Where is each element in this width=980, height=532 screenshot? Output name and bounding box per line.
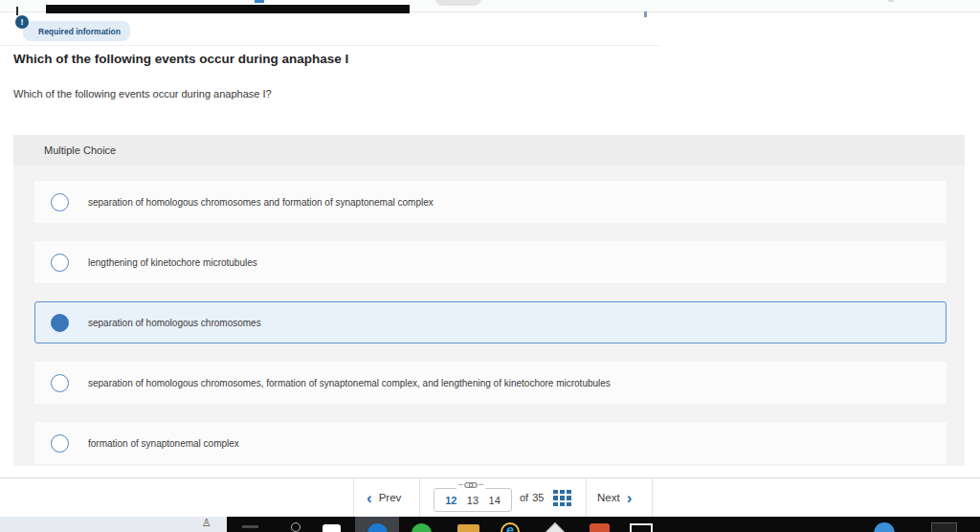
chevron-right-icon: › — [627, 490, 633, 506]
divider — [353, 478, 354, 517]
question-title: Which of the following events occur duri… — [13, 52, 645, 66]
taskbar-light-segment — [0, 517, 227, 532]
question-type-label: Multiple Choice — [44, 144, 116, 156]
page-number[interactable]: 14 — [489, 495, 501, 506]
next-label: Next — [597, 492, 620, 503]
radio-button[interactable] — [51, 434, 69, 453]
link-icon — [457, 480, 485, 489]
question-text: Which of the following events occur duri… — [13, 88, 645, 100]
red-app-icon[interactable] — [590, 523, 610, 532]
grid-icon[interactable] — [553, 490, 571, 506]
top-right-mark — [888, 0, 894, 2]
total-pages: 35 — [532, 492, 544, 503]
radio-button[interactable] — [51, 193, 69, 211]
exclamation-icon: ! — [15, 15, 29, 29]
radio-button[interactable] — [51, 254, 69, 272]
minimized-window-icon[interactable] — [242, 525, 258, 528]
window-outline-icon[interactable] — [630, 523, 653, 532]
answer-option-4[interactable]: separation of homologous chromosomes, fo… — [34, 362, 947, 404]
cropped-blue-element — [255, 0, 264, 3]
answer-option-2[interactable]: lengthening of kinetochore microtubules — [34, 241, 947, 283]
chevron-left-icon: ‹ — [367, 490, 372, 506]
cropped-button — [435, 0, 481, 6]
answer-option-label: separation of homologous chromosomes, fo… — [88, 378, 611, 388]
next-button[interactable]: Next › — [597, 478, 632, 517]
answer-option-5[interactable]: formation of synaptonemal complex — [34, 422, 947, 464]
panel-header: Multiple Choice — [13, 135, 965, 166]
answer-option-1[interactable]: separation of homologous chromosomes and… — [34, 181, 947, 223]
page-number-current[interactable]: 12 — [445, 495, 457, 506]
page-number[interactable]: 13 — [467, 495, 479, 506]
answer-option-3-selected[interactable]: separation of homologous chromosomes — [34, 301, 947, 344]
answer-option-label: formation of synaptonemal complex — [88, 438, 239, 449]
redacted-title-bar — [46, 5, 410, 13]
answer-option-label: separation of homologous chromosomes — [88, 318, 261, 328]
page-number-box: 12 13 14 — [434, 488, 512, 512]
radio-button-selected[interactable] — [51, 314, 69, 332]
dark-window-icon[interactable] — [931, 522, 957, 532]
white-app-icon[interactable] — [323, 524, 341, 532]
quiz-page: ! Required information Which of the foll… — [0, 0, 980, 532]
prev-label: Prev — [379, 492, 402, 503]
divider — [419, 478, 420, 517]
header-divider — [0, 45, 660, 46]
multiple-choice-panel: Multiple Choice separation of homologous… — [13, 135, 965, 466]
person-icon: ♙ — [202, 518, 211, 531]
answer-option-label: separation of homologous chromosomes and… — [88, 197, 434, 208]
required-information-label: Required information — [23, 21, 130, 41]
scroll-tick — [644, 11, 647, 17]
pin-icon[interactable] — [291, 522, 301, 532]
answer-option-label: lengthening of kinetochore microtubules — [88, 257, 257, 268]
of-label: of — [520, 492, 528, 503]
page-count: of 35 — [520, 478, 544, 517]
prev-button[interactable]: ‹ Prev — [367, 478, 401, 517]
divider — [586, 478, 587, 517]
folder-icon[interactable] — [457, 524, 479, 532]
pager-bar: ‹ Prev 12 13 14 of 35 Next › — [0, 477, 980, 517]
divider — [652, 478, 653, 517]
taskbar: ♙ e — [0, 517, 980, 532]
text-cursor-mark — [16, 7, 18, 15]
radio-button[interactable] — [51, 374, 69, 392]
